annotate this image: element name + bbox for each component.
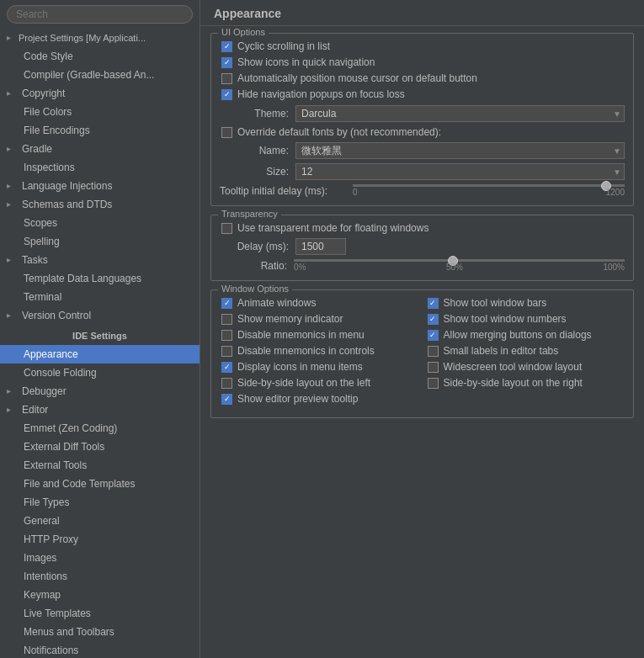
- sidebar-item-emmet[interactable]: Emmet (Zen Coding): [0, 419, 200, 438]
- sidebar-item-schemas[interactable]: ▸Schemas and DTDs: [0, 195, 200, 214]
- transparency-section: Transparency Use transparent mode for fl…: [210, 215, 634, 281]
- sidebar: ▸ Project Settings [My Applicati... Code…: [0, 0, 200, 658]
- sidebar-item-file-code-templates[interactable]: File and Code Templates: [0, 475, 200, 493]
- label: Compiler (Gradle-based An...: [24, 67, 154, 82]
- show-icons-row: Show icons in quick navigation: [220, 56, 625, 68]
- sidebar-item-editor[interactable]: ▸Editor: [0, 401, 200, 419]
- label: Debugger: [22, 384, 67, 399]
- side-right-checkbox[interactable]: [428, 378, 439, 389]
- label: Notifications: [24, 643, 78, 658]
- sidebar-item-keymap[interactable]: Keymap: [0, 586, 200, 604]
- size-label: Size:: [221, 166, 289, 178]
- sidebar-item-spelling[interactable]: Spelling: [0, 232, 200, 251]
- widescreen-label: Widescreen tool window layout: [444, 361, 583, 373]
- show-editor-preview-label: Show editor preview tooltip: [237, 393, 358, 405]
- theme-label: Theme:: [221, 108, 289, 119]
- disable-mnem-ctrl-label: Disable mnemonics in controls: [237, 345, 375, 357]
- sidebar-item-external-diff[interactable]: External Diff Tools: [0, 438, 200, 456]
- ratio-min: 0%: [294, 263, 306, 272]
- hide-nav-checkbox[interactable]: [221, 89, 232, 100]
- allow-merge-label: Allow merging buttons on dialogs: [444, 329, 592, 341]
- cyclic-scrolling-checkbox[interactable]: [221, 41, 232, 52]
- side-left-checkbox[interactable]: [221, 378, 232, 389]
- window-options-grid: Animate windows Show memory indicator Di…: [220, 297, 625, 409]
- disable-mnem-menu-checkbox[interactable]: [221, 330, 232, 341]
- ratio-label: Ratio:: [220, 260, 287, 272]
- label: Editor: [22, 402, 48, 417]
- sidebar-item-template-data[interactable]: Template Data Languages: [0, 269, 200, 288]
- sidebar-item-notifications[interactable]: Notifications: [0, 641, 200, 658]
- sidebar-item-file-colors[interactable]: File Colors: [0, 103, 200, 121]
- delay-input[interactable]: [295, 238, 346, 255]
- size-select[interactable]: 12: [295, 163, 625, 180]
- label: Tasks: [22, 252, 48, 268]
- sidebar-item-tasks[interactable]: ▸Tasks: [0, 251, 200, 269]
- tooltip-delay-slider[interactable]: [353, 184, 625, 187]
- delay-label: Delay (ms):: [221, 241, 289, 252]
- sidebar-item-scopes[interactable]: Scopes: [0, 214, 200, 232]
- ratio-slider[interactable]: [294, 259, 625, 262]
- sidebar-item-file-types[interactable]: File Types: [0, 493, 200, 512]
- cyclic-scrolling-row: Cyclic scrolling in list: [220, 40, 625, 52]
- animate-windows-checkbox[interactable]: [221, 298, 232, 309]
- small-labels-label: Small labels in editor tabs: [444, 345, 559, 357]
- label: Spelling: [24, 234, 60, 249]
- sidebar-item-images[interactable]: Images: [0, 549, 200, 567]
- label: External Tools: [24, 458, 87, 473]
- name-select[interactable]: 微软雅黑: [295, 142, 625, 159]
- sidebar-item-lang-inject[interactable]: ▸Language Injections: [0, 177, 200, 195]
- search-input[interactable]: [7, 5, 193, 24]
- sidebar-item-appearance[interactable]: Appearance: [0, 345, 200, 363]
- small-labels-checkbox[interactable]: [428, 346, 439, 357]
- label: Menus and Toolbars: [24, 624, 114, 639]
- show-tool-bars-checkbox[interactable]: [428, 298, 439, 309]
- ui-options-title: UI Options: [218, 27, 269, 37]
- sidebar-item-live-templates[interactable]: Live Templates: [0, 604, 200, 623]
- show-memory-checkbox[interactable]: [221, 314, 232, 325]
- label: Language Injections: [22, 178, 112, 194]
- label: Live Templates: [24, 606, 91, 621]
- tooltip-delay-row: Tooltip initial delay (ms): 0 1200: [220, 184, 625, 197]
- disable-mnem-ctrl-checkbox[interactable]: [221, 346, 232, 357]
- label: File and Code Templates: [24, 476, 136, 491]
- sidebar-item-debugger[interactable]: ▸Debugger: [0, 382, 200, 401]
- label: Intentions: [24, 569, 67, 584]
- side-right-row: Side-by-side layout on the right: [426, 377, 625, 389]
- transparent-mode-checkbox[interactable]: [221, 223, 232, 234]
- animate-windows-label: Animate windows: [237, 297, 316, 309]
- widescreen-checkbox[interactable]: [428, 362, 439, 373]
- sidebar-item-inspections[interactable]: Inspections: [0, 158, 200, 177]
- sidebar-item-console-folding[interactable]: Console Folding: [0, 363, 200, 382]
- sidebar-item-terminal[interactable]: Terminal: [0, 288, 200, 306]
- sidebar-item-code-style[interactable]: Code Style: [0, 47, 200, 66]
- sidebar-item-compiler[interactable]: Compiler (Gradle-based An...: [0, 66, 200, 84]
- theme-select[interactable]: Darcula: [295, 105, 625, 122]
- label: Inspections: [24, 160, 75, 175]
- auto-pos-checkbox[interactable]: [221, 73, 232, 84]
- label: File Types: [24, 495, 69, 510]
- sidebar-item-version-control[interactable]: ▸Version Control: [0, 306, 200, 325]
- sidebar-item-menus-toolbars[interactable]: Menus and Toolbars: [0, 623, 200, 641]
- side-left-row: Side-by-side layout on the left: [220, 377, 419, 389]
- show-tool-bars-label: Show tool window bars: [444, 297, 547, 309]
- project-settings-header[interactable]: ▸ Project Settings [My Applicati...: [0, 29, 200, 47]
- allow-merge-checkbox[interactable]: [428, 330, 439, 341]
- sidebar-item-general[interactable]: General: [0, 512, 200, 530]
- sidebar-item-copyright[interactable]: ▸Copyright: [0, 84, 200, 103]
- show-editor-preview-checkbox[interactable]: [221, 394, 232, 405]
- side-right-label: Side-by-side layout on the right: [444, 377, 583, 389]
- sidebar-item-file-encodings[interactable]: File Encodings: [0, 121, 200, 140]
- override-fonts-checkbox[interactable]: [221, 127, 232, 138]
- ide-section-label: IDE Settings: [72, 328, 127, 343]
- sidebar-item-intentions[interactable]: Intentions: [0, 567, 200, 586]
- disable-mnem-menu-row: Disable mnemonics in menu: [220, 329, 419, 341]
- sidebar-item-external-tools[interactable]: External Tools: [0, 456, 200, 475]
- sidebar-item-gradle[interactable]: ▸Gradle: [0, 140, 200, 158]
- show-tool-nums-checkbox[interactable]: [428, 314, 439, 325]
- display-icons-checkbox[interactable]: [221, 362, 232, 373]
- sidebar-item-http-proxy[interactable]: HTTP Proxy: [0, 530, 200, 549]
- display-icons-row: Display icons in menu items: [220, 361, 419, 373]
- ratio-max: 100%: [603, 263, 625, 272]
- widescreen-row: Widescreen tool window layout: [426, 361, 625, 373]
- show-icons-checkbox[interactable]: [221, 57, 232, 68]
